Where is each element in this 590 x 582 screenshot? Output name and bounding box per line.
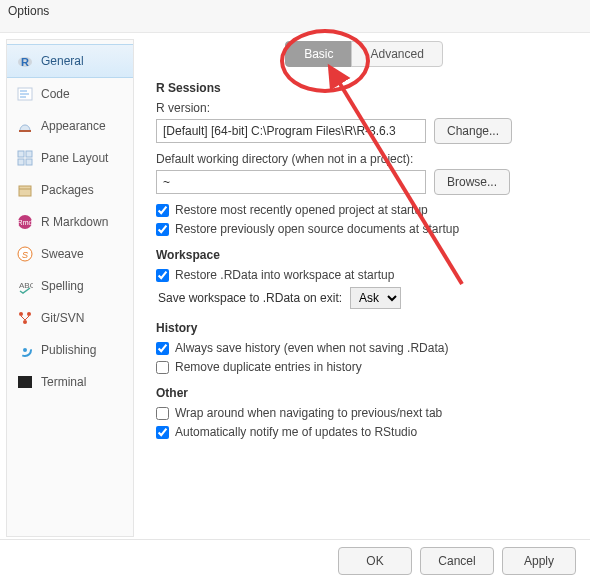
remove-duplicate-input[interactable] bbox=[156, 361, 169, 374]
svg-point-22 bbox=[23, 348, 27, 352]
change-button[interactable]: Change... bbox=[434, 118, 512, 144]
spelling-icon: ABC bbox=[17, 278, 33, 294]
r-logo-icon: R bbox=[17, 53, 33, 69]
tab-basic[interactable]: Basic bbox=[285, 41, 352, 67]
save-workspace-select[interactable]: Ask bbox=[350, 287, 401, 309]
sidebar-item-pane-layout[interactable]: Pane Layout bbox=[7, 142, 133, 174]
svg-rect-10 bbox=[26, 159, 32, 165]
svg-rect-6 bbox=[19, 130, 31, 132]
wrap-tabs-label: Wrap around when navigating to previous/… bbox=[175, 406, 442, 420]
svg-point-19 bbox=[27, 312, 31, 316]
sidebar-item-label: Terminal bbox=[41, 375, 86, 389]
package-icon bbox=[17, 182, 33, 198]
terminal-icon bbox=[17, 374, 33, 390]
restore-project-input[interactable] bbox=[156, 204, 169, 217]
section-other: Other bbox=[156, 386, 572, 400]
sidebar-item-publishing[interactable]: Publishing bbox=[7, 334, 133, 366]
restore-docs-checkbox[interactable]: Restore previously open source documents… bbox=[156, 222, 572, 236]
section-r-sessions: R Sessions bbox=[156, 81, 572, 95]
restore-rdata-checkbox[interactable]: Restore .RData into workspace at startup bbox=[156, 268, 572, 282]
remove-duplicate-label: Remove duplicate entries in history bbox=[175, 360, 362, 374]
svg-rect-9 bbox=[18, 159, 24, 165]
git-icon bbox=[17, 310, 33, 326]
section-history: History bbox=[156, 321, 572, 335]
sidebar-item-label: Sweave bbox=[41, 247, 84, 261]
auto-notify-checkbox[interactable]: Automatically notify me of updates to RS… bbox=[156, 425, 572, 439]
working-directory-input[interactable] bbox=[156, 170, 426, 194]
sidebar-item-label: Publishing bbox=[41, 343, 96, 357]
section-workspace: Workspace bbox=[156, 248, 572, 262]
sidebar-item-label: Spelling bbox=[41, 279, 84, 293]
sidebar-item-code[interactable]: Code bbox=[7, 78, 133, 110]
sidebar-item-sweave[interactable]: S Sweave bbox=[7, 238, 133, 270]
r-version-label: R version: bbox=[156, 101, 572, 115]
auto-notify-label: Automatically notify me of updates to RS… bbox=[175, 425, 417, 439]
restore-docs-input[interactable] bbox=[156, 223, 169, 236]
sidebar-item-terminal[interactable]: Terminal bbox=[7, 366, 133, 398]
svg-rect-23 bbox=[18, 376, 32, 388]
sidebar-item-label: Git/SVN bbox=[41, 311, 84, 325]
apply-button[interactable]: Apply bbox=[502, 547, 576, 575]
restore-rdata-label: Restore .RData into workspace at startup bbox=[175, 268, 394, 282]
appearance-icon bbox=[17, 118, 33, 134]
wrap-tabs-checkbox[interactable]: Wrap around when navigating to previous/… bbox=[156, 406, 572, 420]
layout-icon bbox=[17, 150, 33, 166]
sidebar-item-label: Pane Layout bbox=[41, 151, 108, 165]
svg-point-18 bbox=[19, 312, 23, 316]
svg-text:R: R bbox=[21, 56, 29, 68]
sidebar-item-label: Packages bbox=[41, 183, 94, 197]
dialog-title: Options bbox=[0, 0, 590, 33]
restore-project-checkbox[interactable]: Restore most recently opened project at … bbox=[156, 203, 572, 217]
auto-notify-input[interactable] bbox=[156, 426, 169, 439]
sidebar-item-label: General bbox=[41, 54, 84, 68]
sidebar-item-rmarkdown[interactable]: Rmd R Markdown bbox=[7, 206, 133, 238]
dialog-body: R General Code Appearance Pane Layout Pa… bbox=[0, 33, 590, 543]
publishing-icon bbox=[17, 342, 33, 358]
r-version-input[interactable] bbox=[156, 119, 426, 143]
tab-bar: Basic Advanced bbox=[156, 41, 572, 67]
remove-duplicate-checkbox[interactable]: Remove duplicate entries in history bbox=[156, 360, 572, 374]
sidebar-item-packages[interactable]: Packages bbox=[7, 174, 133, 206]
wrap-tabs-input[interactable] bbox=[156, 407, 169, 420]
svg-text:Rmd: Rmd bbox=[18, 219, 33, 226]
sidebar: R General Code Appearance Pane Layout Pa… bbox=[6, 39, 134, 537]
always-save-history-label: Always save history (even when not savin… bbox=[175, 341, 448, 355]
sweave-icon: S bbox=[17, 246, 33, 262]
restore-project-label: Restore most recently opened project at … bbox=[175, 203, 428, 217]
sidebar-item-label: Code bbox=[41, 87, 70, 101]
restore-docs-label: Restore previously open source documents… bbox=[175, 222, 459, 236]
sidebar-item-general[interactable]: R General bbox=[7, 44, 133, 78]
tab-advanced[interactable]: Advanced bbox=[351, 41, 442, 67]
code-icon bbox=[17, 86, 33, 102]
always-save-history-checkbox[interactable]: Always save history (even when not savin… bbox=[156, 341, 572, 355]
options-dialog: Options R General Code Appearance Pane L… bbox=[0, 0, 590, 582]
working-directory-label: Default working directory (when not in a… bbox=[156, 152, 572, 166]
svg-point-20 bbox=[23, 320, 27, 324]
cancel-button[interactable]: Cancel bbox=[420, 547, 494, 575]
browse-button[interactable]: Browse... bbox=[434, 169, 510, 195]
svg-text:ABC: ABC bbox=[19, 281, 33, 290]
dialog-footer: OK Cancel Apply bbox=[0, 539, 590, 582]
rmarkdown-icon: Rmd bbox=[17, 214, 33, 230]
save-workspace-label: Save workspace to .RData on exit: bbox=[158, 291, 342, 305]
sidebar-item-gitsvn[interactable]: Git/SVN bbox=[7, 302, 133, 334]
restore-rdata-input[interactable] bbox=[156, 269, 169, 282]
always-save-history-input[interactable] bbox=[156, 342, 169, 355]
ok-button[interactable]: OK bbox=[338, 547, 412, 575]
svg-rect-8 bbox=[26, 151, 32, 157]
svg-rect-7 bbox=[18, 151, 24, 157]
main-panel: Basic Advanced R Sessions R version: Cha… bbox=[134, 33, 590, 543]
sidebar-item-label: R Markdown bbox=[41, 215, 108, 229]
svg-text:S: S bbox=[22, 250, 28, 260]
sidebar-item-label: Appearance bbox=[41, 119, 106, 133]
sidebar-item-appearance[interactable]: Appearance bbox=[7, 110, 133, 142]
svg-rect-11 bbox=[19, 186, 31, 196]
sidebar-item-spelling[interactable]: ABC Spelling bbox=[7, 270, 133, 302]
